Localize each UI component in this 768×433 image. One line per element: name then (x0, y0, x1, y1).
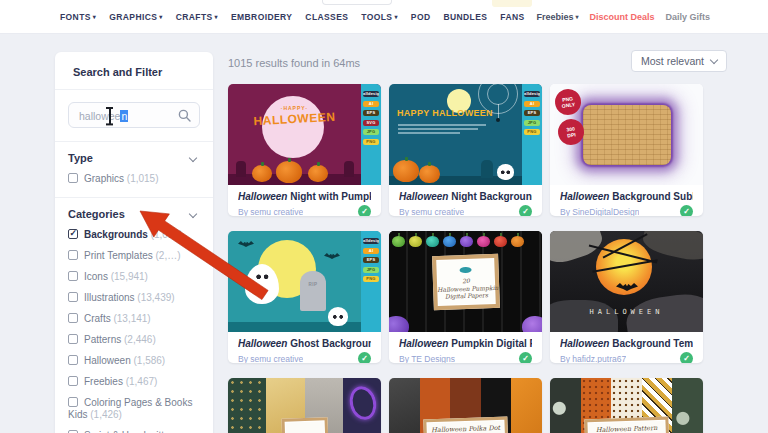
category-item-crafts[interactable]: Crafts (13,141) (68, 313, 200, 325)
type-count: (1,015) (127, 173, 159, 184)
tombstone-graphic (236, 161, 246, 177)
product-card-partial[interactable]: Halloween Pattern (550, 378, 703, 433)
dpi-badge: 300DPI (556, 117, 585, 146)
checkbox[interactable] (68, 334, 78, 344)
category-item-backgrounds[interactable]: Backgrounds (1,015) (68, 229, 200, 241)
type-item-graphics[interactable]: Graphics (1,015) (68, 173, 200, 185)
chevron-down-icon (710, 56, 718, 64)
nav-classes[interactable]: CLASSES (305, 12, 348, 22)
nav-fonts[interactable]: FONTS (60, 12, 96, 22)
tombstone-graphic: RIP (300, 271, 326, 311)
product-card[interactable]: HALLOWEEN Halloween Background Template … (550, 231, 703, 363)
chevron-down-icon[interactable] (189, 154, 197, 162)
product-title[interactable]: Halloween Pumpkin Digital Papers (399, 338, 532, 349)
product-card-partial[interactable]: Halloween Polka Dot (389, 378, 542, 433)
verified-check-icon (680, 205, 693, 216)
product-card[interactable]: RIP alldesign AI EPS JPG PNG Halloween G… (228, 231, 381, 363)
type-label: Graphics (84, 173, 124, 184)
category-item-halloween[interactable]: Halloween (1,586) (68, 355, 200, 367)
checkbox[interactable] (68, 355, 78, 365)
category-item-patterns[interactable]: Patterns (2,446) (68, 334, 200, 346)
category-item-icons[interactable]: Icons (15,941) (68, 271, 200, 283)
product-thumbnail[interactable]: 20 Halloween Pumpkin Digital Papers (389, 231, 542, 332)
category-item-coloring-pages[interactable]: Coloring Pages & Books Kids (1,426) (68, 397, 200, 421)
product-thumbnail[interactable]: Halloween Pattern (550, 378, 703, 433)
product-card-partial[interactable] (228, 378, 381, 433)
format-badge: SVG (363, 120, 379, 126)
product-thumbnail[interactable]: Halloween Polka Dot (389, 378, 542, 433)
category-item-print-templates[interactable]: Print Templates (2,…) (68, 250, 200, 262)
pattern-panel (550, 378, 581, 433)
product-thumbnail[interactable]: RIP alldesign AI EPS JPG PNG (228, 231, 381, 332)
product-thumbnail[interactable] (228, 378, 381, 433)
format-badge: EPS (363, 257, 379, 263)
secondary-nav: Freebies Discount Deals Daily Gifts (536, 0, 710, 34)
format-badge: EPS (363, 110, 379, 116)
product-thumbnail[interactable]: PNGONLY 300DPI (550, 84, 703, 185)
product-author[interactable]: By SineDigitalDesign (560, 207, 639, 217)
product-title[interactable]: Halloween Night Background wit... (399, 191, 532, 202)
chevron-down-icon[interactable] (189, 210, 197, 218)
nav-crafts[interactable]: CRAFTS (176, 12, 218, 22)
tombstone-graphic (344, 161, 354, 177)
search-icon[interactable] (178, 109, 191, 122)
format-badge-strip: alldesign AI EPS JPG PNG (522, 84, 542, 185)
nav-fans[interactable]: FANS (500, 12, 524, 22)
product-card[interactable]: 20 Halloween Pumpkin Digital Papers Hall… (389, 231, 542, 363)
format-badge: AI (363, 248, 379, 254)
product-card[interactable]: HAPPY HALLOWEEN alldesign AI EPS JPG PNG (389, 84, 542, 216)
product-author[interactable]: By semu creative (399, 207, 464, 217)
nav-discount-deals[interactable]: Discount Deals (589, 12, 654, 22)
verified-check-icon (680, 352, 693, 363)
format-badge-strip: alldesign AI EPS JPG PNG (361, 231, 381, 332)
format-badge-strip: alldesign AI EPS SVG JPG PNG (361, 84, 381, 185)
nav-tools[interactable]: TOOLS (361, 12, 398, 22)
product-card[interactable]: ·HAPPY· HALLOWEEN alldesign AI EPS SVG J… (228, 84, 381, 216)
product-title[interactable]: Halloween Background Sublimati... (560, 191, 693, 202)
pumpkin-graphic (522, 316, 542, 332)
category-item-freebies[interactable]: Freebies (1,467) (68, 376, 200, 388)
product-title[interactable]: Halloween Ghost Background (238, 338, 371, 349)
thumb-label-card (281, 417, 328, 433)
checkbox-checked[interactable] (68, 229, 78, 239)
nav-graphics[interactable]: GRAPHICS (109, 12, 163, 22)
format-badge: PNG (524, 129, 540, 135)
search-value: halloween (79, 110, 128, 122)
checkbox[interactable] (68, 376, 78, 386)
product-title[interactable]: Halloween Background Template (560, 338, 693, 349)
thumb-text: HALLOWEEN (550, 308, 703, 316)
sort-dropdown[interactable]: Most relevant (631, 50, 727, 72)
category-item-illustrations[interactable]: Illustrations (13,439) (68, 292, 200, 304)
checkbox[interactable] (68, 313, 78, 323)
nav-daily-gifts[interactable]: Daily Gifts (665, 12, 710, 22)
format-badge: JPG (524, 120, 540, 126)
product-thumbnail[interactable]: HAPPY HALLOWEEN alldesign AI EPS JPG PNG (389, 84, 542, 185)
checkbox[interactable] (68, 271, 78, 281)
nav-bundles[interactable]: BUNDLES (443, 12, 487, 22)
format-badge: PNG (363, 139, 379, 145)
decorative-line (398, 128, 478, 130)
pattern-panel (389, 378, 420, 433)
product-thumbnail[interactable]: HALLOWEEN (550, 231, 703, 332)
format-badge: alldesign (363, 238, 379, 244)
results-summary: 1015 results found in 64ms (228, 57, 360, 69)
product-thumbnail[interactable]: ·HAPPY· HALLOWEEN alldesign AI EPS SVG J… (228, 84, 381, 185)
thumb-text: Digital Papers (437, 290, 495, 300)
checkbox[interactable] (68, 173, 78, 183)
product-card[interactable]: PNGONLY 300DPI Halloween Background Subl… (550, 84, 703, 216)
checkbox[interactable] (68, 292, 78, 302)
product-author[interactable]: By hafidz.putra67 (560, 354, 626, 364)
product-title[interactable]: Halloween Night with Pumpkin (238, 191, 371, 202)
checkbox[interactable] (68, 250, 78, 260)
pumpkin-graphic (308, 165, 328, 182)
nav-freebies[interactable]: Freebies (536, 12, 578, 22)
product-author[interactable]: By semu creative (238, 207, 303, 217)
thumb-label-card: Halloween Pattern (584, 417, 669, 433)
search-input[interactable]: halloween (68, 102, 200, 128)
nav-pod[interactable]: POD (411, 12, 431, 22)
nav-embroidery[interactable]: EMBROIDERY (231, 12, 292, 22)
product-author[interactable]: By semu creative (238, 354, 303, 364)
checkbox[interactable] (68, 397, 78, 407)
product-author[interactable]: By TE Designs (399, 354, 455, 364)
text-cursor-icon (105, 107, 114, 125)
